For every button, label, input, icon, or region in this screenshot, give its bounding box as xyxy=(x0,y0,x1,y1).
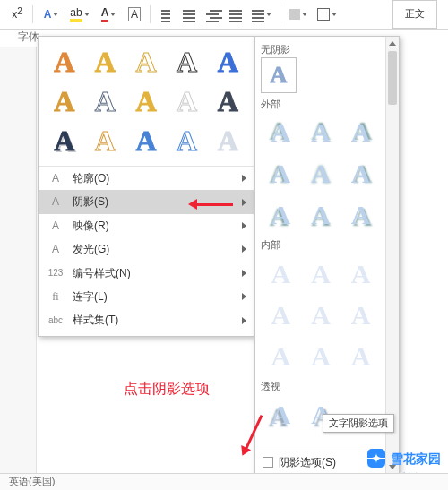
effect-preset[interactable]: A xyxy=(207,82,248,121)
effect-preset[interactable]: A xyxy=(44,42,85,82)
shadow-outer-grid: A A A A A A A A A xyxy=(261,112,381,236)
effect-preset[interactable]: A xyxy=(207,42,248,82)
chevron-down-icon xyxy=(332,13,337,16)
effect-preset[interactable]: A xyxy=(167,42,208,82)
effect-preset[interactable]: A xyxy=(125,42,167,82)
menu-label: 连字(L) xyxy=(73,290,108,303)
effect-preset[interactable]: A xyxy=(44,82,85,121)
shadow-preset[interactable]: A xyxy=(261,394,301,435)
watermark: 雪花家园 xyxy=(367,449,441,469)
menu-label: 编号样式(N) xyxy=(73,267,131,279)
shadow-none-option[interactable]: A xyxy=(261,57,297,93)
separator xyxy=(150,5,151,23)
status-bar: 英语(美国) xyxy=(0,473,448,490)
shadow-preset[interactable]: A xyxy=(301,194,341,236)
chevron-down-icon xyxy=(84,13,90,16)
effect-preset[interactable]: A xyxy=(44,121,85,160)
menu-stylesets[interactable]: abc样式集(T) xyxy=(39,308,254,331)
letter-a-icon: A xyxy=(47,219,64,232)
effect-preset[interactable]: A xyxy=(85,82,126,121)
shadow-options-label: 阴影选项(S) xyxy=(279,456,336,469)
shadow-inner-grid: A A A A A A A A A xyxy=(261,254,381,377)
ligature-icon: fi xyxy=(47,290,64,303)
chevron-down-icon xyxy=(302,13,307,16)
ribbon: x2 A ab A A 正文 xyxy=(0,0,448,30)
submenu-arrow-icon xyxy=(242,199,246,206)
abc-icon: abc xyxy=(47,315,64,326)
effect-preset[interactable]: A xyxy=(85,121,126,160)
submenu-scrollbar[interactable] xyxy=(385,37,399,473)
scroll-up-button[interactable] xyxy=(386,37,399,49)
tooltip: 文字阴影选项 xyxy=(323,414,394,433)
shadow-preset[interactable]: A xyxy=(301,295,341,336)
watermark-logo-icon xyxy=(367,449,387,469)
section-header-none: 无阴影 xyxy=(261,44,381,56)
submenu-arrow-icon xyxy=(242,222,246,229)
shadow-preset[interactable]: A xyxy=(340,295,381,336)
highlight-button[interactable]: ab xyxy=(67,4,92,24)
effect-preset[interactable]: A xyxy=(85,42,126,82)
submenu-arrow-icon xyxy=(242,270,246,277)
menu-label: 样式集(T) xyxy=(73,314,118,326)
align-left-button[interactable] xyxy=(156,4,176,24)
number-icon: 123 xyxy=(47,268,64,279)
line-spacing-button[interactable] xyxy=(249,4,274,24)
style-preview[interactable]: 正文 xyxy=(392,0,437,29)
align-center-button[interactable] xyxy=(179,4,199,24)
separator xyxy=(32,5,33,23)
effect-menu: A轮廓(O) A阴影(S) A映像(R) A发光(G) 123编号样式(N) f… xyxy=(39,166,254,332)
borders-button[interactable] xyxy=(314,4,340,24)
letter-a-icon: A xyxy=(47,243,64,255)
shadow-preset[interactable]: A xyxy=(261,336,301,377)
shadow-preset[interactable]: A xyxy=(261,194,301,236)
shadow-preset[interactable]: A xyxy=(340,194,381,236)
submenu-arrow-icon xyxy=(242,245,246,253)
submenu-arrow-icon xyxy=(242,293,246,300)
shadow-preset[interactable]: A xyxy=(340,153,381,194)
effect-preset[interactable]: A xyxy=(167,121,208,160)
effect-preset-grid: A A A A A A A A A A A A A A A xyxy=(39,37,254,166)
menu-reflection[interactable]: A映像(R) xyxy=(39,214,254,237)
shadow-preset[interactable]: A xyxy=(301,112,341,153)
shading-button[interactable] xyxy=(286,4,311,24)
shadow-preset[interactable]: A xyxy=(340,254,381,295)
shadow-preset[interactable]: A xyxy=(261,295,301,336)
justify-button[interactable] xyxy=(226,4,246,24)
shadow-preset[interactable]: A xyxy=(340,336,381,377)
shadow-preset[interactable]: A xyxy=(261,112,301,153)
text-effects-button[interactable]: A xyxy=(39,4,64,24)
options-icon xyxy=(263,457,273,468)
effect-preset[interactable]: A xyxy=(125,82,167,121)
section-header-perspective: 透视 xyxy=(261,381,381,392)
tooltip-text: 文字阴影选项 xyxy=(329,417,388,428)
menu-glow[interactable]: A发光(G) xyxy=(39,237,254,261)
char-border-button[interactable]: A xyxy=(125,4,144,24)
font-color-button[interactable]: A xyxy=(96,4,121,24)
chevron-up-icon xyxy=(389,41,396,46)
effect-preset[interactable]: A xyxy=(167,82,208,121)
superscript-button[interactable]: x2 xyxy=(7,4,27,24)
submenu-arrow-icon xyxy=(242,317,246,324)
align-right-button[interactable] xyxy=(202,4,222,24)
shadow-preset[interactable]: A xyxy=(301,153,341,194)
scroll-thumb[interactable] xyxy=(388,51,397,105)
shadow-preset[interactable]: A xyxy=(301,336,341,377)
shadow-preset[interactable]: A xyxy=(340,112,381,153)
annotation-text: 点击阴影选项 xyxy=(124,380,210,397)
chevron-down-icon xyxy=(53,13,58,16)
menu-number-style[interactable]: 123编号样式(N) xyxy=(39,262,254,285)
letter-a-icon: A xyxy=(47,172,64,185)
menu-label: 阴影(S) xyxy=(73,195,108,208)
shadow-preset[interactable]: A xyxy=(261,153,301,194)
ribbon-group-label: 字体 xyxy=(18,30,39,43)
shadow-preset[interactable]: A xyxy=(301,254,341,295)
status-language: 英语(美国) xyxy=(9,476,55,487)
separator xyxy=(280,5,280,23)
annotation-arrow-icon xyxy=(188,199,233,210)
shadow-preset[interactable]: A xyxy=(261,254,301,295)
menu-outline[interactable]: A轮廓(O) xyxy=(39,167,254,190)
menu-label: 映像(R) xyxy=(73,219,109,232)
menu-ligatures[interactable]: fi连字(L) xyxy=(39,285,254,308)
effect-preset[interactable]: A xyxy=(125,121,167,160)
effect-preset[interactable]: A xyxy=(207,121,248,160)
